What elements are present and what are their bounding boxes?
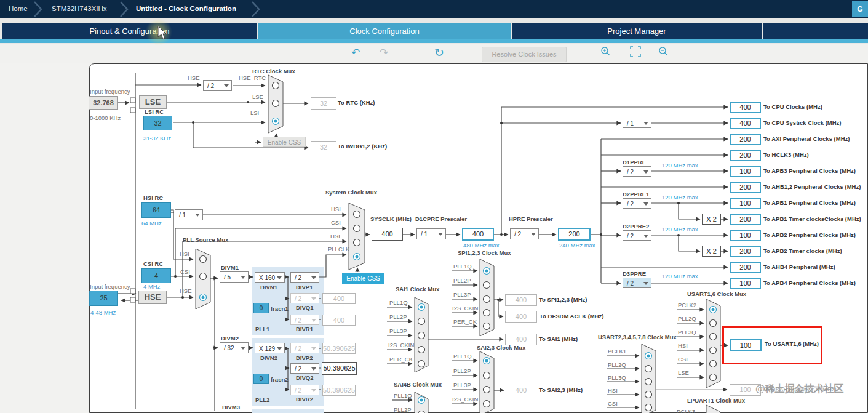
lsi-rc-value[interactable]: 32 [143, 116, 172, 130]
pll-source-mux-input-radio[interactable] [200, 273, 207, 280]
label: D1PPRE [623, 159, 646, 166]
usart16-clock-mux-input-radio[interactable] [710, 374, 717, 381]
system-clock-mux-input-radio[interactable] [354, 211, 360, 218]
sai23-clock-mux-input-radio[interactable] [484, 372, 490, 379]
apb1-out[interactable]: 100 [730, 198, 761, 209]
rtc-out: 32 [311, 97, 336, 110]
apb2-out[interactable]: 100 [730, 230, 761, 241]
apb1-timer-out[interactable]: 200 [730, 214, 761, 225]
sai1-clock-mux-input-radio[interactable] [418, 347, 425, 353]
rtc-clock-mux-input-radio[interactable] [273, 82, 279, 89]
usart2345678-clock-mux-input-radio[interactable] [645, 366, 652, 372]
undo-icon[interactable]: ↶ [349, 46, 362, 60]
fracn2-value[interactable]: 0 [253, 374, 269, 384]
label: CSI RC [143, 260, 163, 267]
fracn1-value[interactable]: 0 [253, 303, 269, 313]
systick-divider-dropdown[interactable]: / 1 [623, 118, 651, 128]
hse-oscillator[interactable]: HSE [138, 291, 167, 304]
d1ppre-dropdown[interactable]: / 2 [623, 166, 651, 177]
label: D3PPRE [623, 270, 646, 277]
label: To CPU Clocks (MHz) [763, 103, 822, 110]
system-clock-mux-input-radio[interactable] [354, 239, 360, 246]
usart2345678-clock-mux-input-radio[interactable] [645, 404, 652, 411]
usart16-clock-mux-input-radio[interactable] [710, 320, 717, 327]
usart2345678-clock-mux-input-radio[interactable] [645, 379, 652, 385]
sai1-clock-mux-input-radio[interactable] [418, 361, 425, 367]
hsi-rc-value[interactable]: 64 [141, 202, 171, 218]
spi123-clock-mux-selected-dot [485, 270, 488, 273]
refresh-icon[interactable]: ↻ [432, 46, 446, 60]
hse-rtc-divider-dropdown[interactable]: / 2 [203, 80, 232, 91]
hclk3-out[interactable]: 200 [730, 150, 761, 161]
label: PLL3Q [678, 329, 696, 335]
label: PLL1 [255, 326, 269, 332]
fit-to-screen-icon[interactable] [630, 46, 643, 60]
cpu-clocks-out[interactable]: 400 [730, 102, 761, 113]
breadcrumb-mcu[interactable]: STM32H743XIHx [52, 5, 106, 12]
enable-css-sys-button[interactable]: Enable CSS [342, 273, 384, 284]
zoom-out-icon[interactable] [658, 46, 672, 60]
label: D1CPRE Prescaler [415, 215, 467, 222]
systick-out[interactable]: 400 [730, 118, 761, 129]
usart16-clock-mux-input-radio[interactable] [710, 347, 717, 354]
csi-rc-value[interactable]: 4 [141, 268, 171, 283]
divm1-dropdown[interactable]: / 5 [220, 271, 249, 283]
divp1-dropdown[interactable]: / 2 [290, 272, 319, 283]
sysclk-value[interactable]: 400 [372, 228, 403, 241]
lse-oscillator[interactable]: LSE [139, 95, 167, 109]
usart2345678-clock-mux-input-radio[interactable] [645, 391, 652, 398]
tab-pinout-configuration[interactable]: Pinout & Configuration [2, 23, 257, 39]
sai23-clock-mux-input-radio[interactable] [484, 401, 490, 407]
divn2-dropdown[interactable]: X 129 [255, 343, 285, 353]
usart16-clock-mux-selected-dot [712, 308, 715, 311]
d1cpre-prescaler-dropdown[interactable]: / 1 [416, 228, 446, 239]
divn1-dropdown[interactable]: X 160 [255, 272, 285, 283]
usart16-clock-mux-input-radio[interactable] [710, 361, 717, 367]
d2ppre1-dropdown[interactable]: / 2 [623, 198, 651, 209]
divq2-dropdown[interactable]: / 2 [290, 363, 319, 374]
spi123-clock-mux-input-radio[interactable] [484, 323, 490, 330]
hpre-prescaler-dropdown[interactable]: / 2 [510, 228, 539, 239]
pll-source-mux-input-radio[interactable] [200, 256, 207, 263]
redo-icon[interactable]: ↷ [377, 46, 391, 60]
tab-clock-configuration[interactable]: Clock Configuration [258, 23, 511, 39]
spi123-clock-mux-input-radio[interactable] [484, 296, 490, 303]
hse-input-frequency-value[interactable]: 25 [89, 291, 118, 306]
d2ppre2-dropdown[interactable]: / 2 [623, 230, 651, 241]
system-clock-mux-input-radio[interactable] [354, 225, 360, 232]
d1cpre-out[interactable]: 400 [462, 228, 494, 241]
ahb4-out[interactable]: 200 [730, 262, 761, 273]
pll-source-mux-title: PLL Source Mux [183, 236, 228, 243]
sai1-clock-mux-input-radio[interactable] [418, 318, 425, 325]
d3ppre-dropdown[interactable]: / 2 [623, 278, 651, 288]
hpre-out[interactable]: 200 [558, 228, 591, 241]
divm2-dropdown[interactable]: / 32 [220, 342, 249, 353]
zoom-in-icon[interactable] [600, 46, 614, 60]
label: HPRE Prescaler [509, 215, 553, 222]
apb2-timer-out[interactable]: 200 [730, 246, 761, 257]
sai23-clock-mux-input-radio[interactable] [484, 387, 490, 393]
pll2-divq-out[interactable]: 50.390625 [322, 362, 357, 375]
divq2-value: / 2 [295, 365, 301, 372]
apb2-timer-mult[interactable]: X 2 [702, 246, 721, 257]
rtc-clock-mux-input-radio[interactable] [273, 100, 279, 107]
generate-code-button[interactable]: G [852, 1, 868, 17]
chevron-down-icon [241, 276, 245, 279]
spi123-clock-mux-input-radio[interactable] [484, 282, 490, 289]
resolve-clock-issues-button[interactable]: Resolve Clock Issues [482, 47, 567, 62]
lse-input-frequency-value[interactable]: 32.768 [89, 96, 118, 110]
label: DIVQ1 [296, 304, 314, 311]
sai1-clock-mux-input-radio[interactable] [418, 332, 425, 339]
tab-project-manager[interactable]: Project Manager [512, 23, 762, 39]
apb1-timer-mult[interactable]: X 2 [702, 214, 721, 225]
usart16-clock-mux-input-radio[interactable] [710, 334, 717, 340]
axi-out[interactable]: 200 [730, 134, 761, 145]
apb4-out[interactable]: 100 [730, 278, 761, 289]
system-clock-mux [349, 203, 365, 270]
apb3-out[interactable]: 100 [730, 166, 761, 177]
breadcrumb-home[interactable]: Home [9, 5, 28, 12]
spi123-clock-mux-input-radio[interactable] [484, 310, 490, 316]
enable-css-rtc-button[interactable]: Enable CSS [263, 137, 306, 147]
hsi-divider-dropdown[interactable]: / 1 [175, 209, 203, 220]
ahb12-out[interactable]: 200 [730, 182, 761, 193]
